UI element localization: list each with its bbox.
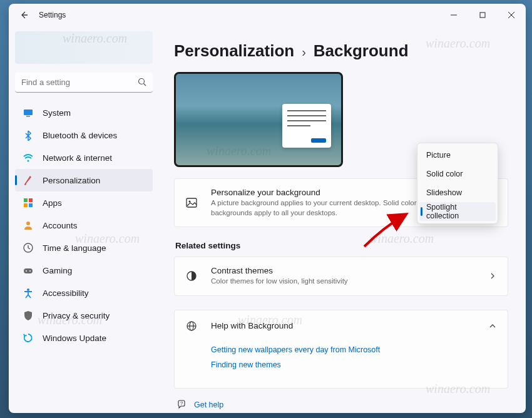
- accessibility-icon: [23, 287, 34, 298]
- svg-text:?: ?: [180, 400, 183, 406]
- apps-icon: [23, 197, 34, 208]
- footer-links: ? Get help Give feedback: [174, 400, 508, 413]
- sidebar-item-gaming[interactable]: Gaming: [15, 259, 153, 282]
- settings-window: Settings SystemBluetooth & devicesNetwor…: [9, 4, 526, 413]
- minimize-icon: [451, 12, 457, 18]
- breadcrumb: Personalization › Background: [174, 41, 508, 61]
- dropdown-option[interactable]: Spotlight collection: [419, 202, 496, 221]
- card-title: Contrast themes: [211, 266, 488, 275]
- window-title: Settings: [39, 11, 66, 19]
- minimize-button[interactable]: [439, 5, 468, 25]
- svg-rect-15: [24, 268, 33, 273]
- sidebar-item-label: Accounts: [43, 221, 78, 230]
- sidebar-item-label: Gaming: [43, 266, 72, 275]
- chevron-up-icon: [488, 322, 498, 330]
- card-subtitle: Color themes for low vision, light sensi…: [211, 277, 488, 287]
- back-button[interactable]: [15, 6, 33, 24]
- sidebar-item-update[interactable]: Windows Update: [15, 327, 153, 349]
- sidebar-item-label: Time & language: [43, 243, 106, 253]
- related-settings-header: Related settings: [175, 241, 508, 250]
- sidebar-item-shield[interactable]: Privacy & security: [15, 304, 153, 327]
- contrast-icon: [185, 269, 198, 283]
- background-preview: [174, 72, 343, 167]
- shield-icon: [23, 310, 34, 321]
- svg-point-13: [26, 222, 30, 225]
- sidebar-item-label: System: [43, 108, 71, 118]
- sidebar-item-label: Personalization: [43, 176, 100, 185]
- gaming-icon: [23, 265, 34, 276]
- svg-point-17: [29, 270, 31, 272]
- dropdown-option[interactable]: Slideshow: [417, 183, 498, 202]
- breadcrumb-separator-icon: ›: [302, 45, 306, 59]
- system-icon: [23, 107, 34, 118]
- sidebar-item-label: Accessibility: [43, 288, 89, 298]
- maximize-icon: [479, 12, 486, 18]
- get-help-link[interactable]: ? Get help: [176, 400, 508, 410]
- dropdown-option[interactable]: Solid color: [417, 165, 498, 183]
- help-links-panel: Getting new wallpapers every day from Mi…: [174, 342, 508, 389]
- help-link-wallpapers[interactable]: Getting new wallpapers every day from Mi…: [211, 345, 498, 354]
- sidebar-item-brush[interactable]: Personalization: [15, 169, 153, 191]
- dropdown-option[interactable]: Picture: [417, 146, 498, 165]
- sidebar-item-clock[interactable]: Time & language: [15, 237, 153, 259]
- sidebar-item-label: Bluetooth & devices: [43, 131, 117, 140]
- titlebar: Settings: [9, 4, 526, 26]
- breadcrumb-current: Background: [314, 41, 409, 61]
- svg-point-16: [26, 270, 27, 272]
- back-arrow-icon: [19, 11, 28, 19]
- sidebar-item-label: Network & internet: [43, 153, 112, 163]
- search-container: [15, 73, 153, 93]
- sidebar-item-account[interactable]: Accounts: [15, 214, 153, 237]
- clock-icon: [23, 242, 34, 253]
- sidebar-item-label: Privacy & security: [43, 311, 110, 320]
- main-content: Personalization › Background Personalize…: [159, 26, 526, 413]
- account-icon: [23, 220, 34, 231]
- card-title: Help with Background: [211, 321, 488, 330]
- svg-point-20: [189, 201, 191, 203]
- svg-point-8: [28, 160, 29, 162]
- window-controls: [439, 5, 526, 25]
- sidebar-item-accessibility[interactable]: Accessibility: [15, 282, 153, 304]
- chevron-right-icon: [488, 272, 498, 280]
- svg-point-4: [139, 79, 145, 84]
- sidebar: SystemBluetooth & devicesNetwork & inter…: [9, 26, 159, 413]
- sidebar-item-apps[interactable]: Apps: [15, 191, 153, 214]
- update-icon: [23, 332, 34, 344]
- svg-rect-9: [24, 198, 28, 202]
- user-block[interactable]: [15, 31, 153, 64]
- globe-icon: [185, 319, 198, 333]
- wifi-icon: [23, 152, 34, 163]
- svg-rect-6: [24, 110, 33, 115]
- search-input[interactable]: [15, 73, 153, 93]
- background-type-dropdown[interactable]: PictureSolid colorSlideshowSpotlight col…: [417, 143, 498, 224]
- picture-icon: [185, 196, 198, 210]
- svg-line-5: [144, 84, 146, 86]
- sidebar-item-bluetooth[interactable]: Bluetooth & devices: [15, 124, 153, 146]
- sidebar-item-label: Windows Update: [43, 334, 106, 343]
- svg-rect-11: [24, 203, 28, 207]
- help-icon: ?: [176, 400, 187, 410]
- svg-rect-12: [29, 203, 33, 207]
- brush-icon: [23, 175, 34, 186]
- svg-rect-10: [29, 198, 33, 202]
- svg-rect-1: [480, 13, 485, 18]
- sidebar-item-system[interactable]: System: [15, 101, 153, 124]
- sidebar-item-label: Apps: [43, 198, 62, 208]
- close-icon: [508, 12, 514, 18]
- maximize-button[interactable]: [468, 5, 497, 25]
- bluetooth-icon: [23, 130, 34, 141]
- svg-point-18: [27, 288, 29, 291]
- svg-rect-7: [26, 116, 30, 117]
- get-help-label: Get help: [194, 400, 223, 409]
- help-with-background-card[interactable]: Help with Background: [174, 310, 508, 342]
- contrast-themes-card[interactable]: Contrast themes Color themes for low vis…: [174, 257, 508, 296]
- close-button[interactable]: [497, 5, 526, 25]
- sidebar-item-wifi[interactable]: Network & internet: [15, 146, 153, 169]
- preview-window-mock: [282, 104, 331, 148]
- breadcrumb-parent[interactable]: Personalization: [174, 41, 294, 61]
- sidebar-nav: SystemBluetooth & devicesNetwork & inter…: [15, 101, 153, 349]
- search-icon: [138, 78, 146, 89]
- help-link-themes[interactable]: Finding new themes: [211, 360, 498, 369]
